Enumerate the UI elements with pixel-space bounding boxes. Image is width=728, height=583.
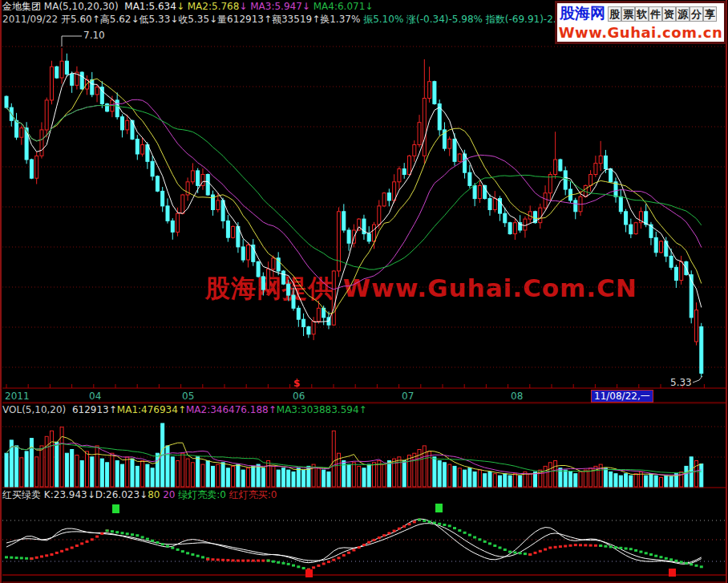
site-logo[interactable]: 股海网 股票软件资源分享 Www.Guhai.com.cn [555, 1, 726, 44]
header-token: ↓ [170, 14, 178, 25]
axis-month-label: 2011 [5, 391, 30, 402]
logo-row: 股海网 股票软件资源分享 [557, 3, 724, 24]
header-token: MA2:5.768 [188, 1, 240, 12]
header-token: ↓ [140, 489, 148, 500]
header-token: ↓ [131, 14, 139, 25]
header-token: ↓ [209, 14, 217, 25]
logo-tagline-char: 件 [649, 6, 662, 22]
header-token: 80 [148, 489, 163, 500]
header-token: ↑ [178, 404, 186, 415]
header-token: 开5.60 [61, 14, 92, 25]
header-token: D:26.023 [95, 489, 140, 500]
header-token: ↑ [109, 404, 117, 415]
logo-tagline-char: 资 [662, 6, 676, 22]
header-token: 金地集团 [2, 1, 44, 12]
logo-tagline-char: 票 [621, 6, 635, 22]
logo-tagline: 股票软件资源分享 [608, 6, 717, 22]
header-token: MA4:6.071 [313, 1, 366, 12]
logo-tagline-char: 分 [690, 6, 703, 22]
selected-date-label: 11/08/22,一 [591, 390, 653, 403]
logo-url[interactable]: Www.Guhai.com.cn [557, 24, 724, 42]
header-token: 额33519 [272, 14, 312, 25]
logo-tagline-char: 源 [676, 6, 690, 22]
logo-site-name: 股海网 [557, 3, 608, 24]
logo-tagline-char: 股 [608, 6, 621, 22]
header-token: 绿灯亮卖:0 [178, 489, 229, 500]
header-token: 20 [163, 489, 178, 500]
dividend-marker: $ [293, 378, 300, 389]
header-token: 2011/09/22 [2, 14, 61, 25]
low-price-label: 5.33 [670, 377, 692, 388]
axis-month-label: 04 [89, 391, 101, 402]
header-token: MA3:303883.594 [277, 404, 359, 415]
header-token: MA1:476934 [117, 404, 178, 415]
header-token: MA1:5.634 [124, 1, 176, 12]
quote-info-bar: 2011/09/22 开5.60↑高5.62↓低5.33↓收5.35↓量6129… [2, 14, 577, 26]
axis-month-label: 07 [402, 391, 414, 402]
header-token: ↑ [269, 404, 277, 415]
header-token: 换1.37% [320, 14, 363, 25]
header-token: ↑ [92, 14, 100, 25]
header-token: ↑ [312, 14, 320, 25]
header-token: 红买绿卖 [2, 489, 44, 500]
header-token: ↓ [302, 1, 313, 12]
header-token: 红灯亮买:0 [229, 489, 277, 500]
axis-month-label: 05 [182, 391, 194, 402]
header-token: 高5.62 [100, 14, 131, 25]
header-token: ↓ [365, 1, 373, 12]
header-token: 量612913 [217, 14, 264, 25]
header-token: K:23.943 [44, 489, 87, 500]
header-token: 振5.10% [363, 14, 406, 25]
header-token: ↓ [239, 1, 250, 12]
header-token: ↑ [359, 404, 367, 415]
header-token: ↓ [176, 1, 188, 12]
volume-header: VOL(5,10,20) 612913↑MA1:476934↑MA2:34647… [2, 404, 367, 416]
header-token: 低5.33 [140, 14, 171, 25]
header-token: 收5.35 [178, 14, 209, 25]
header-token: MA3:5.947 [250, 1, 302, 12]
header-token: VOL(5,10,20) [2, 404, 72, 415]
axis-month-label: 06 [293, 391, 305, 402]
header-token: ↓ [87, 489, 95, 500]
header-token: 612913 [72, 404, 109, 415]
main-chart-pane[interactable] [0, 27, 728, 388]
axis-month-label: 08 [511, 391, 523, 402]
logo-tagline-char: 软 [635, 6, 649, 22]
indicator-pane[interactable] [0, 502, 728, 583]
header-token: MA(5,10,20,30) [44, 1, 124, 12]
stock-app-window: { "header": { "line1_tokens": [ {"t":"金地… [0, 0, 728, 583]
header-token: 涨(-0.34)-5.98% [406, 14, 486, 25]
main-chart-header: 金地集团 MA(5,10,20,30) MA1:5.634↓ MA2:5.768… [2, 1, 373, 13]
logo-tagline-char: 享 [703, 6, 717, 22]
indicator-header: 红买绿卖 K:23.943↓D:26.023↓80 20 绿灯亮卖:0 红灯亮买… [2, 489, 277, 501]
peak-price-label: 7.10 [83, 30, 105, 41]
header-token: MA2:346476.188 [186, 404, 269, 415]
header-token: ↑ [264, 14, 272, 25]
